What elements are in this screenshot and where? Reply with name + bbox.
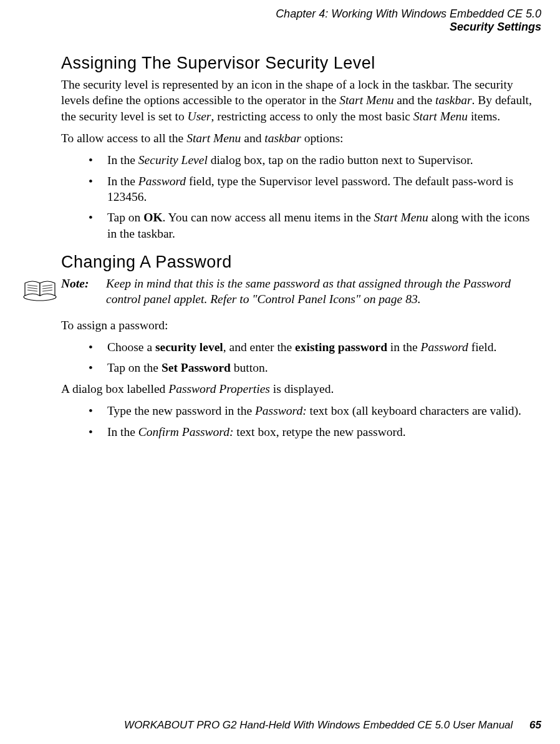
page-footer: WORKABOUT PRO G2 Hand-Held With Windows … (124, 719, 541, 732)
text: button. (231, 361, 268, 374)
text: text box, retype the new password. (233, 425, 405, 438)
note-text: Note:Keep in mind that this is the same … (61, 276, 541, 307)
heading-changing: Changing A Password (61, 253, 541, 272)
list-item: Choose a security level, and enter the e… (61, 339, 541, 355)
text-italic: Password: (255, 404, 307, 417)
text-italic: Password (421, 341, 468, 354)
text-italic: Start Menu (186, 132, 241, 145)
heading-assigning: Assigning The Supervisor Security Level (61, 54, 541, 73)
text: Type the new password in the (107, 404, 255, 417)
section-line: Security Settings (276, 21, 541, 34)
book-icon (22, 277, 57, 302)
text-bold: existing password (295, 341, 387, 354)
para-dialog-displayed: A dialog box labelled Password Propertie… (61, 381, 541, 397)
note-label: Note: (61, 276, 106, 291)
page-content: Assigning The Supervisor Security Level … (61, 54, 541, 445)
list-1: In the Security Level dialog box, tap on… (61, 152, 541, 241)
text: , restricting access to only the most ba… (211, 110, 413, 123)
text: field. (468, 341, 496, 354)
text: and (241, 132, 264, 145)
list-item: Tap on the Set Password button. (61, 360, 541, 375)
list-item: In the Password field, type the Supervis… (61, 173, 541, 205)
text: dialog box, tap on the radio button next… (208, 153, 473, 167)
manual-title: WORKABOUT PRO G2 Hand-Held With Windows … (124, 719, 513, 731)
text: To allow access to all the (61, 132, 186, 145)
text: is displayed. (270, 382, 334, 395)
list-item: In the Security Level dialog box, tap on… (61, 152, 541, 168)
list-item: Type the new password in the Password: t… (61, 403, 541, 418)
chapter-line: Chapter 4: Working With Windows Embedded… (276, 7, 541, 21)
text-italic: taskbar (435, 94, 472, 107)
text: , and enter the (223, 341, 295, 354)
text: Tap on the (107, 361, 162, 374)
section-changing-password: Changing A Password Note:Keep in mind th… (61, 253, 541, 440)
text-bold: security level (155, 341, 223, 354)
note-body: Keep in mind that this is the same passw… (106, 276, 538, 307)
text-bold: Set Password (162, 361, 231, 374)
text-italic: Start Menu (339, 94, 393, 107)
text-italic: User (188, 110, 211, 123)
text-bold: OK (143, 211, 162, 224)
para-assign-password: To assign a password: (61, 317, 541, 333)
text-italic: Security Level (138, 153, 208, 167)
text: A dialog box labelled (61, 382, 168, 395)
note-block: Note:Keep in mind that this is the same … (22, 276, 541, 307)
text-italic: Password Properties (168, 382, 270, 395)
text: options: (301, 132, 344, 145)
text: Choose a (107, 341, 155, 354)
list-item: In the Confirm Password: text box, retyp… (61, 424, 541, 440)
text-italic: Start Menu (413, 110, 468, 123)
text: text box (all keyboard characters are va… (307, 404, 521, 417)
text: . You can now access all menu items in t… (163, 211, 374, 224)
text: In the (107, 175, 138, 188)
list-item: Tap on OK. You can now access all menu i… (61, 210, 541, 241)
text-italic: Password (138, 175, 186, 188)
text: and the (393, 94, 435, 107)
text: items. (468, 110, 500, 123)
text: In the (107, 153, 138, 167)
text: in the (387, 341, 421, 354)
page-number: 65 (529, 719, 541, 731)
list-2: Choose a security level, and enter the e… (61, 339, 541, 376)
para-allow-access: To allow access to all the Start Menu an… (61, 130, 541, 146)
list-3: Type the new password in the Password: t… (61, 403, 541, 440)
para-security-level: The security level is represented by an … (61, 77, 541, 124)
text: Tap on (107, 211, 143, 224)
page-header: Chapter 4: Working With Windows Embedded… (276, 7, 541, 34)
text-italic: taskbar (264, 132, 301, 145)
text-italic: Start Menu (374, 211, 428, 224)
text: In the (107, 425, 138, 438)
text-italic: Confirm Password: (138, 425, 234, 438)
